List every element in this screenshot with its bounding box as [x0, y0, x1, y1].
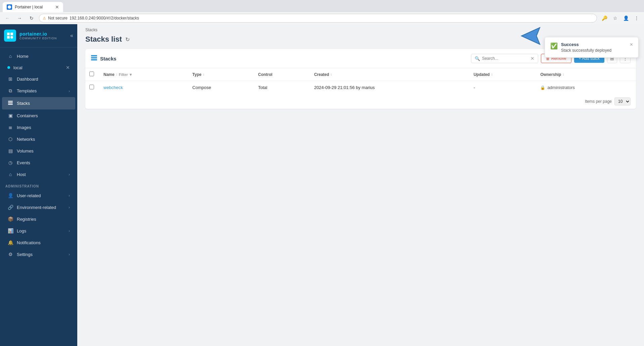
sidebar-item-host-label: Host	[17, 172, 26, 177]
refresh-button[interactable]: ↻	[125, 36, 130, 43]
search-clear-button[interactable]: ✕	[530, 56, 534, 61]
search-input[interactable]	[482, 56, 528, 61]
ownership-sort-icon: ↕	[562, 73, 564, 76]
tab-favicon	[7, 4, 12, 10]
th-created[interactable]: Created ↕	[309, 68, 468, 81]
updated-sort-icon: ↕	[491, 73, 493, 76]
th-updated[interactable]: Updated ↕	[468, 68, 535, 81]
sidebar-item-settings-label: Settings	[17, 252, 33, 257]
sidebar-environment-local[interactable]: local ✕	[2, 62, 75, 73]
sidebar-item-notifications[interactable]: 🔔 Notifications	[2, 237, 75, 248]
logo-main-text: portainer.io	[19, 31, 57, 37]
env-status-badge	[7, 66, 10, 69]
sidebar-item-stacks[interactable]: Stacks	[2, 97, 75, 110]
table-row: webcheck Compose Total 2024-09-29 21:01:…	[85, 81, 636, 94]
settings-icon: ⚙	[7, 252, 13, 257]
search-icon: 🔍	[475, 56, 480, 61]
browser-tabs: Portainer | local ✕	[0, 0, 644, 12]
registries-icon: 📦	[7, 216, 13, 222]
sidebar-collapse-button[interactable]: «	[70, 33, 73, 39]
stack-name-link[interactable]: webcheck	[103, 85, 123, 90]
tab-close-button[interactable]: ✕	[55, 4, 59, 10]
browser-toolbar: ← → ↻ ⚠ Not secure 192.168.0.240:9000/#!…	[0, 12, 644, 24]
sidebar-item-templates[interactable]: ⧉ Templates ›	[2, 85, 75, 97]
sidebar-item-user-related[interactable]: 👤 User-related ›	[2, 190, 75, 201]
svg-point-0	[8, 5, 11, 9]
ownership-icon: 🔒	[540, 85, 545, 90]
search-box[interactable]: 🔍 ✕	[471, 54, 538, 63]
stacks-panel: Stacks 🔍 ✕ 🗑 Remove + Add stack	[85, 49, 636, 109]
stacks-table-body: webcheck Compose Total 2024-09-29 21:01:…	[85, 81, 636, 94]
networks-icon: ⬡	[7, 136, 13, 142]
password-manager-button[interactable]: 🔑	[600, 13, 609, 23]
row-checkbox[interactable]	[89, 85, 94, 89]
user-related-chevron-icon: ›	[69, 193, 70, 198]
user-related-icon: 👤	[7, 193, 13, 198]
sidebar-item-dashboard[interactable]: ⊞ Dashboard	[2, 73, 75, 85]
success-toast: ✅ Success Stack successfully deployed ×	[545, 37, 639, 58]
panel-stacks-icon	[91, 54, 97, 63]
sidebar-item-notifications-label: Notifications	[17, 240, 41, 245]
environment-related-icon: 🔗	[7, 205, 13, 210]
svg-rect-7	[8, 104, 13, 105]
items-per-page-select[interactable]: 10 25 50	[614, 97, 631, 105]
sidebar-item-registries[interactable]: 📦 Registries	[2, 213, 75, 225]
address-bar[interactable]: ⚠ Not secure 192.168.0.240:9000/#!/2/doc…	[39, 14, 597, 23]
svg-rect-8	[91, 55, 97, 56]
browser-actions: 🔑 ☆ 👤 ⋮	[600, 13, 641, 23]
home-icon: ⌂	[7, 53, 13, 59]
containers-icon: ▣	[7, 113, 13, 118]
tab-title: Portainer | local	[15, 5, 43, 9]
type-sort-icon: ↕	[203, 73, 205, 76]
profile-button[interactable]: 👤	[621, 13, 631, 23]
url-text: 192.168.0.240:9000/#!/2/docker/stacks	[70, 16, 139, 20]
filter-button[interactable]: Filter ▼	[119, 73, 133, 77]
items-per-page-label: Items per page	[585, 99, 612, 104]
sidebar-item-environment-related-label: Environment-related	[17, 205, 56, 210]
bookmark-button[interactable]: ☆	[610, 13, 620, 23]
td-ownership: 🔒 administrators	[535, 81, 636, 94]
th-name[interactable]: Name ↕ Filter ▼	[98, 68, 187, 81]
sidebar-item-logs[interactable]: 📊 Logs ›	[2, 225, 75, 236]
back-button[interactable]: ←	[3, 13, 12, 23]
svg-rect-1	[7, 33, 10, 35]
page-title: Stacks list	[85, 35, 122, 44]
admin-section-label: Administration	[0, 180, 77, 189]
sidebar-navigation: ⌂ Home local ✕ ⊞ Dashboard ⧉ Templates ›	[0, 47, 77, 346]
sidebar: portainer.io Community Edition « ⌂ Home …	[0, 24, 77, 346]
sidebar-item-stacks-label: Stacks	[17, 101, 30, 106]
main-content: Stacks Stacks list ↻ Stacks	[77, 24, 644, 346]
select-all-checkbox[interactable]	[89, 72, 94, 76]
not-secure-label: Not secure	[48, 16, 68, 20]
browser-tab[interactable]: Portainer | local ✕	[3, 2, 63, 12]
logs-icon: 📊	[7, 228, 13, 233]
sidebar-item-images[interactable]: ≣ Images	[2, 122, 75, 133]
env-close-button[interactable]: ✕	[66, 65, 70, 70]
sidebar-item-events[interactable]: ◷ Events	[2, 157, 75, 168]
sidebar-item-templates-label: Templates	[17, 88, 37, 93]
toast-close-button[interactable]: ×	[630, 42, 633, 47]
security-icon: ⚠	[43, 16, 46, 20]
sidebar-item-settings[interactable]: ⚙ Settings ›	[2, 249, 75, 260]
sidebar-item-images-label: Images	[17, 125, 31, 130]
sidebar-item-networks[interactable]: ⬡ Networks	[2, 133, 75, 145]
sidebar-item-containers-label: Containers	[17, 113, 38, 118]
extensions-button[interactable]: ⋮	[632, 13, 641, 23]
sidebar-item-host[interactable]: ⌂ Host ›	[2, 169, 75, 180]
host-icon: ⌂	[7, 172, 13, 177]
forward-button[interactable]: →	[15, 13, 24, 23]
svg-rect-10	[91, 59, 97, 60]
dashboard-icon: ⊞	[7, 76, 13, 82]
volumes-icon: ▤	[7, 148, 13, 154]
reload-button[interactable]: ↻	[27, 13, 36, 23]
logs-chevron-icon: ›	[69, 229, 70, 233]
th-type[interactable]: Type ↕	[187, 68, 253, 81]
sidebar-item-containers[interactable]: ▣ Containers	[2, 110, 75, 121]
svg-rect-6	[8, 102, 13, 103]
logo-sub-text: Community Edition	[19, 37, 57, 40]
sidebar-item-environment-related[interactable]: 🔗 Environment-related ›	[2, 202, 75, 213]
sidebar-item-home[interactable]: ⌂ Home	[2, 50, 75, 62]
th-ownership[interactable]: Ownership ↕	[535, 68, 636, 81]
toast-message: Stack successfully deployed	[561, 48, 627, 53]
sidebar-item-volumes[interactable]: ▤ Volumes	[2, 145, 75, 157]
